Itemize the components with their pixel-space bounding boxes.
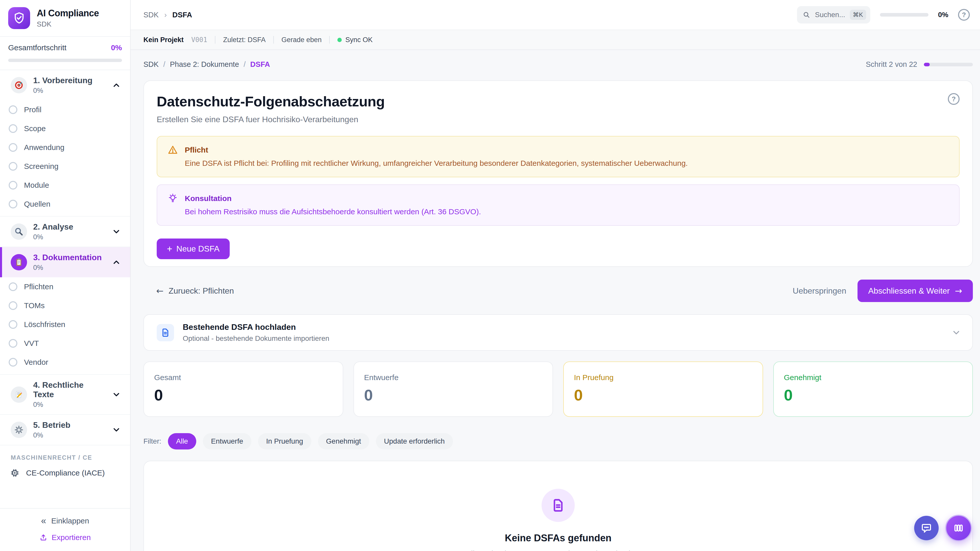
skip-button[interactable]: Ueberspringen	[793, 286, 846, 295]
phase-label: 3. Dokumentation	[33, 253, 102, 262]
radio-icon	[9, 320, 18, 329]
chevron-down-icon[interactable]	[951, 328, 961, 338]
lightbulb-icon	[167, 193, 178, 217]
chevron-up-icon	[112, 81, 121, 90]
app-logo	[8, 7, 30, 29]
wizard-nav: ← Zurueck: Pflichten Ueberspringen Absch…	[143, 279, 973, 302]
empty-state: Keine DSFAs gefunden Erstellen Sie eine …	[143, 461, 973, 551]
sidebar-nav: 1. Vorbereitung 0% Profil Scope	[0, 70, 130, 508]
warning-icon	[167, 144, 178, 168]
step-progress: Schritt 2 von 22	[866, 60, 973, 68]
overall-progress-bar	[8, 59, 122, 62]
sync-dot-icon	[337, 38, 342, 42]
statusbar: Kein Projekt V001 Zuletzt: DSFA Gerade e…	[130, 30, 980, 50]
upload-title: Bestehende DSFA hochladen	[183, 322, 329, 332]
phase-percent: 0%	[33, 401, 106, 409]
export-icon	[39, 534, 48, 541]
filter-in-pruefung[interactable]: In Pruefung	[258, 433, 311, 449]
new-dsfa-button[interactable]: + Neue DSFA	[157, 238, 230, 259]
back-link[interactable]: ← Zurueck: Pflichten	[156, 286, 234, 296]
consultation-title: Konsultation	[185, 193, 481, 204]
sidebar-item-anwendung[interactable]: Anwendung	[0, 138, 130, 157]
filter-update-erforderlich[interactable]: Update erforderlich	[376, 433, 453, 449]
chat-button[interactable]	[914, 516, 939, 540]
sidebar-item-ce-compliance[interactable]: CE-Compliance (IACE)	[0, 462, 130, 485]
chevron-up-icon	[112, 258, 121, 267]
topbar-breadcrumb: SDK › DSFA	[143, 11, 192, 19]
step-progress-bar	[924, 63, 973, 66]
app-subtitle: SDK	[37, 20, 99, 28]
chevron-down-icon	[112, 227, 121, 236]
phase-label: 1. Vorbereitung	[33, 76, 92, 85]
chevron-right-separator: ›	[164, 11, 167, 19]
stat-entwuerfe: Entwuerfe 0	[353, 362, 553, 417]
upload-existing-dsfa[interactable]: Bestehende DSFA hochladen Optional - bes…	[143, 314, 973, 351]
phase-percent: 0%	[33, 431, 70, 439]
filter-bar: Filter: Alle Entwuerfe In Pruefung Geneh…	[143, 433, 973, 449]
last-step-label: Zuletzt: DSFA	[223, 36, 266, 44]
sidebar: AI Compliance SDK Gesamtfortschritt 0%	[0, 0, 130, 551]
breadcrumb-root[interactable]: SDK	[143, 11, 159, 19]
breadcrumb-item[interactable]: Phase 2: Dokumente	[170, 60, 239, 68]
sidebar-phase-analyse[interactable]: 2. Analyse 0%	[0, 217, 130, 247]
phase-label: 4. Rechtliche Texte	[33, 380, 106, 399]
sidebar-item-pflichten[interactable]: Pflichten	[0, 277, 130, 296]
empty-state-title: Keine DSFAs gefunden	[505, 533, 611, 544]
plus-icon: +	[167, 245, 172, 254]
empty-document-icon	[542, 489, 575, 522]
radio-icon	[9, 339, 18, 348]
card-help-icon[interactable]: ?	[948, 93, 959, 105]
radio-icon	[9, 124, 18, 133]
chip-icon	[10, 468, 19, 478]
page-title: Datenschutz-Folgenabschaetzung	[157, 93, 385, 110]
sidebar-item-module[interactable]: Module	[0, 176, 130, 195]
stats-row: Gesamt 0 Entwuerfe 0 In Pruefung 0 Geneh…	[143, 362, 973, 417]
columns-panel-button[interactable]	[945, 515, 972, 541]
radio-icon	[9, 283, 18, 291]
sidebar-phase-betrieb[interactable]: 5. Betrieb 0%	[0, 415, 130, 445]
empty-state-subtitle: Erstellen Sie eine neue Datenschutz-Folg…	[452, 549, 665, 551]
divider	[273, 36, 274, 44]
help-icon[interactable]: ?	[958, 9, 970, 21]
page-breadcrumb: SDK / Phase 2: Dokumente / DSFA	[143, 60, 270, 68]
sidebar-phase-rechtliche-texte[interactable]: 4. Rechtliche Texte 0%	[0, 375, 130, 414]
sidebar-section-maschinenrecht: MASCHINENRECHT / CE	[0, 445, 130, 462]
sidebar-item-scope[interactable]: Scope	[0, 119, 130, 138]
divider	[215, 36, 215, 44]
warning-text: Eine DSFA ist Pflicht bei: Profiling mit…	[185, 158, 688, 168]
clipboard-icon	[11, 254, 27, 270]
phase-label: 5. Betrieb	[33, 421, 70, 430]
breadcrumb-item[interactable]: SDK	[143, 60, 159, 68]
sidebar-phase-vorbereitung[interactable]: 1. Vorbereitung 0%	[0, 70, 130, 100]
breadcrumb-current: DSFA	[250, 60, 270, 68]
consultation-note: Konsultation Bei hohem Restrisiko muss d…	[157, 184, 959, 226]
sidebar-item-vendor[interactable]: Vendor	[0, 353, 130, 372]
filter-entwuerfe[interactable]: Entwuerfe	[203, 433, 251, 449]
radio-icon	[9, 301, 18, 310]
radio-icon	[9, 143, 18, 152]
filter-label: Filter:	[143, 437, 161, 445]
stat-gesamt: Gesamt 0	[143, 362, 343, 417]
sidebar-item-quellen[interactable]: Quellen	[0, 195, 130, 213]
search-input[interactable]: Suchen... ⌘K	[797, 6, 870, 24]
radio-icon	[9, 181, 18, 189]
export-button[interactable]: Exportieren	[39, 533, 91, 542]
columns-icon	[953, 522, 964, 534]
sidebar-item-toms[interactable]: TOMs	[0, 296, 130, 315]
sidebar-item-profil[interactable]: Profil	[0, 100, 130, 119]
consultation-text: Bei hohem Restrisiko muss die Aufsichtsb…	[185, 206, 481, 217]
collapse-sidebar-button[interactable]: « Einklappen	[41, 516, 89, 526]
sidebar-item-vvt[interactable]: VVT	[0, 334, 130, 353]
memo-pencil-icon	[11, 386, 27, 403]
app-title: AI Compliance	[37, 8, 99, 19]
filter-alle[interactable]: Alle	[168, 433, 196, 449]
upload-subtitle: Optional - bestehende Dokumente importie…	[183, 334, 329, 343]
sidebar-item-loeschfristen[interactable]: Löschfristen	[0, 315, 130, 334]
filter-genehmigt[interactable]: Genehmigt	[318, 433, 369, 449]
chevron-down-icon	[112, 390, 121, 399]
finish-next-button[interactable]: Abschliessen & Weiter →	[858, 279, 973, 302]
chevron-down-icon	[112, 425, 121, 434]
sidebar-item-screening[interactable]: Screening	[0, 157, 130, 176]
sidebar-phase-dokumentation[interactable]: 3. Dokumentation 0%	[0, 247, 130, 277]
back-arrow-icon: ←	[156, 286, 164, 296]
